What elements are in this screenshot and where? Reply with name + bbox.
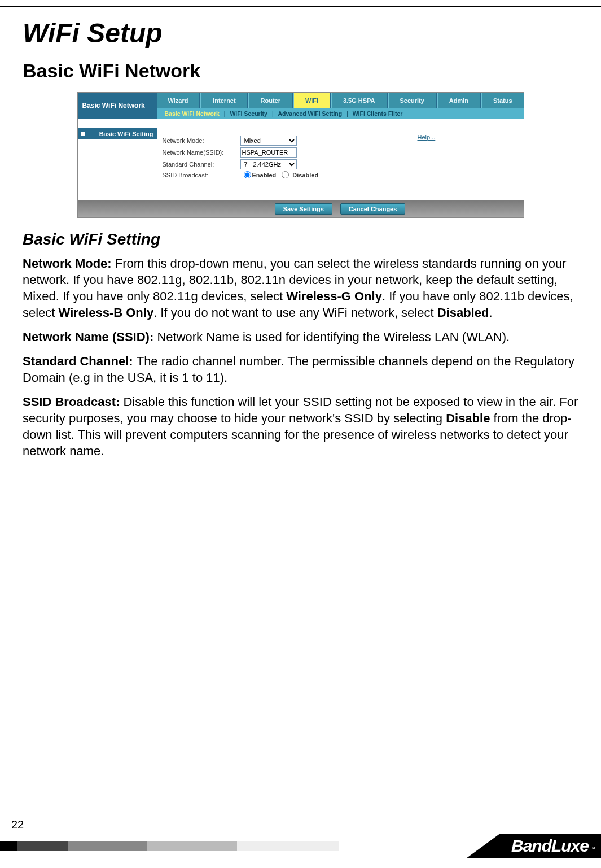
subtab-basic-wifi-network[interactable]: Basic WiFi Network	[163, 110, 222, 117]
network-mode-select[interactable]: Mixed	[240, 136, 297, 146]
standard-channel-label: Standard Channel:	[163, 161, 236, 168]
tab-wifi[interactable]: WiFi	[293, 93, 331, 108]
separator: |	[272, 111, 274, 117]
bullet-icon	[81, 132, 85, 136]
tab-3-5g-hspa[interactable]: 3.5G HSPA	[331, 93, 388, 108]
separator: |	[346, 111, 348, 117]
paragraph-network-name: Network Name (SSID): Network Name is use…	[23, 329, 578, 345]
sidebar-item-basic-wifi-setting[interactable]: Basic WiFi Setting	[78, 128, 157, 139]
tab-security[interactable]: Security	[388, 93, 437, 108]
subtab-wifi-clients-filter[interactable]: WiFi Clients Filter	[350, 110, 405, 117]
section-heading: Basic WiFi Network	[23, 60, 578, 82]
footer-bar: BandLuxe™	[0, 834, 601, 858]
network-name-input[interactable]	[240, 147, 297, 158]
network-mode-label: Network Mode:	[163, 137, 236, 144]
network-name-label: Network Name(SSID):	[163, 149, 236, 156]
sidebar-item-label: Basic WiFi Setting	[99, 130, 153, 137]
paragraph-standard-channel: Standard Channel: The radio channel numb…	[23, 353, 578, 386]
panel-title: Basic WiFi Network	[78, 93, 157, 119]
paragraph-ssid-broadcast: SSID Broadcast: Disable this function wi…	[23, 394, 578, 459]
ssid-disabled-label: Disabled	[292, 172, 318, 178]
page-number: 22	[11, 818, 24, 831]
subsection-heading: Basic WiFi Setting	[23, 230, 578, 248]
tab-admin[interactable]: Admin	[437, 93, 481, 108]
subtab-advanced-wifi-setting[interactable]: Advanced WiFi Setting	[276, 110, 345, 117]
paragraph-network-mode: Network Mode: From this drop-down menu, …	[23, 255, 578, 321]
ssid-enabled-label: Enabled	[252, 172, 277, 178]
cancel-changes-button[interactable]: Cancel Changes	[340, 203, 406, 215]
page-title: WiFi Setup	[23, 18, 578, 49]
brand-logo: BandLuxe™	[466, 834, 601, 858]
standard-channel-select[interactable]: 7 - 2.442GHz	[240, 159, 297, 169]
ssid-disabled-radio[interactable]	[282, 171, 289, 178]
ssid-broadcast-label: SSID Broadcast:	[163, 172, 236, 178]
tab-wizard[interactable]: Wizard	[157, 93, 201, 108]
tab-status[interactable]: Status	[481, 93, 524, 108]
subtab-wifi-security[interactable]: WiFi Security	[227, 110, 269, 117]
ssid-enabled-radio[interactable]	[244, 171, 251, 178]
router-ui-screenshot: Basic WiFi Network WizardInternetRouterW…	[77, 92, 524, 218]
save-settings-button[interactable]: Save Settings	[275, 203, 332, 215]
tab-internet[interactable]: Internet	[200, 93, 248, 108]
separator: |	[224, 111, 226, 117]
help-link[interactable]: Help...	[418, 134, 436, 141]
tab-router[interactable]: Router	[248, 93, 293, 108]
